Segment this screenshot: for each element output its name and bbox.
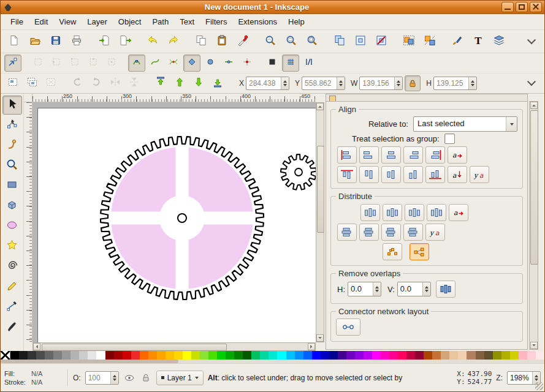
distribute-bottom-edges-button[interactable] (381, 224, 401, 241)
palette-swatch-aa4400[interactable] (424, 351, 432, 360)
zoom-page-button[interactable] (302, 32, 322, 51)
unlink-clone-button[interactable] (372, 32, 391, 51)
fill-stroke-dialog-button[interactable] (448, 32, 467, 51)
menu-path[interactable]: Path (147, 15, 173, 28)
arrange-connector-network-button[interactable] (336, 318, 360, 336)
open-document-button[interactable] (25, 32, 45, 51)
minimize-button[interactable] (501, 2, 514, 12)
rectangle-tool[interactable] (2, 176, 22, 195)
lower-to-bottom-button[interactable] (209, 75, 226, 92)
palette-swatch-00d000[interactable] (217, 351, 226, 360)
layer-visibility-toggle[interactable] (123, 372, 135, 383)
scrollbar-thumb[interactable] (317, 146, 324, 233)
star-tool[interactable] (2, 237, 22, 256)
make-horizontal-gaps-equal-button[interactable] (427, 204, 446, 221)
palette-swatch-400090[interactable] (338, 351, 346, 360)
maximize-button[interactable] (516, 2, 528, 12)
palette-swatch-7000c0[interactable] (346, 351, 355, 360)
app-icon[interactable] (3, 2, 12, 12)
palette-swatch-d0d000[interactable] (510, 351, 519, 360)
pen-tool[interactable] (2, 298, 22, 317)
palette-swatch-900030[interactable] (415, 351, 424, 360)
select-all-button[interactable] (4, 75, 21, 92)
undo-button[interactable] (143, 32, 162, 51)
snap-bbox-midpoints-toggle[interactable] (85, 55, 102, 72)
palette-swatch-ff0060[interactable] (398, 351, 406, 360)
palette-swatch-ff6600[interactable] (140, 351, 148, 360)
canvas-horizontal-scrollbar[interactable] (32, 342, 316, 351)
snap-centers-toggle[interactable] (238, 55, 256, 72)
distribute-centers-horizontally-button[interactable] (383, 204, 402, 221)
palette-swatch-f0d0b0[interactable] (458, 351, 467, 360)
scroll-down-icon[interactable] (530, 342, 538, 349)
resize-grip[interactable] (535, 382, 543, 390)
palette-swatch-ff00ff[interactable] (372, 351, 381, 360)
text-align-vertical-button[interactable]: a (448, 166, 467, 183)
raise-to-top-button[interactable] (152, 75, 169, 92)
relative-to-select[interactable]: Last selected (413, 116, 517, 132)
menu-help[interactable]: Help (283, 15, 310, 28)
palette-swatch-999999[interactable] (62, 351, 71, 360)
snap-midpoints-toggle[interactable] (220, 55, 237, 72)
menu-view[interactable]: View (54, 15, 81, 28)
palette-swatch-806040[interactable] (476, 351, 484, 360)
palette-swatch-7f0000[interactable] (105, 351, 114, 360)
toolbar-overflow-chevron-icon[interactable] (527, 77, 536, 86)
palette-swatch-4ce000[interactable] (208, 351, 217, 360)
make-vertical-gaps-equal-button[interactable] (403, 224, 423, 241)
palette-swatch-e9c6a0[interactable] (449, 351, 458, 360)
menu-object[interactable]: Object (113, 15, 147, 28)
calligraphy-tool[interactable] (2, 318, 22, 337)
rotate-ccw-button[interactable] (69, 75, 86, 92)
palette-swatch-008000[interactable] (234, 351, 243, 360)
palette-swatch-ffc000[interactable] (166, 351, 174, 360)
redo-button[interactable] (164, 32, 183, 51)
palette-swatch-ff00c0[interactable] (381, 351, 389, 360)
tweak-tool[interactable] (2, 136, 22, 155)
scrollbar-thumb[interactable] (42, 344, 227, 351)
palette-swatch-ffd0d8[interactable] (527, 351, 536, 360)
fill-stroke-indicator[interactable]: Fill: N/A Stroke: N/A (4, 370, 63, 386)
menu-edit[interactable]: Edit (29, 15, 53, 28)
y-input[interactable]: 558.862 (302, 77, 345, 90)
export-button[interactable] (115, 32, 135, 51)
save-document-button[interactable] (46, 32, 66, 51)
palette-swatch-e6e6e6[interactable] (88, 351, 96, 360)
palette-swatch-8ae234[interactable] (200, 351, 208, 360)
align-right-edges-button[interactable] (403, 146, 423, 164)
layer-lock-toggle[interactable] (140, 372, 152, 383)
text-dialog-button[interactable]: T (468, 32, 488, 51)
palette-swatch-ffd700[interactable] (174, 351, 183, 360)
selector-tool[interactable] (2, 96, 22, 115)
ungroup-button[interactable] (420, 32, 440, 51)
palette-swatch-00e8d0[interactable] (269, 351, 277, 360)
menu-text[interactable]: Text (175, 15, 199, 28)
overlap-h-input[interactable]: 0.0 (348, 282, 381, 296)
palette-swatch-00c0ff[interactable] (286, 351, 295, 360)
palette-swatch-4d4d4d[interactable] (36, 351, 45, 360)
remove-overlaps-button[interactable] (436, 281, 455, 298)
palette-swatch-00d8a0[interactable] (260, 351, 269, 360)
box3d-tool[interactable] (2, 197, 22, 216)
x-input[interactable]: 284.438 (246, 77, 289, 90)
titlebar[interactable]: New document 1 - Inkscape (1, 1, 544, 14)
layers-dialog-button[interactable] (489, 32, 509, 51)
lock-width-height-toggle[interactable] (405, 75, 421, 91)
palette-swatch-0090ff[interactable] (295, 351, 303, 360)
palette-swatch-666666[interactable] (45, 351, 53, 360)
palette-swatch-605030[interactable] (484, 351, 493, 360)
palette-swatch-d2a679[interactable] (441, 351, 449, 360)
raise-button[interactable] (171, 75, 188, 92)
layer-select[interactable]: Layer 1 (156, 371, 204, 385)
randomize-centers-button[interactable] (383, 243, 402, 260)
group-button[interactable] (399, 32, 419, 51)
palette-swatch-c000f0[interactable] (364, 351, 372, 360)
palette-swatch-a40000[interactable] (114, 351, 123, 360)
menu-extensions[interactable]: Extensions (233, 15, 282, 28)
lower-button[interactable] (190, 75, 207, 92)
menu-layer[interactable]: Layer (82, 15, 112, 28)
center-on-horizontal-axis-button[interactable] (381, 166, 401, 183)
snap-page-border-toggle[interactable] (264, 55, 281, 72)
snap-smooth-nodes-toggle[interactable] (202, 55, 219, 72)
palette-swatch-909000[interactable] (493, 351, 501, 360)
